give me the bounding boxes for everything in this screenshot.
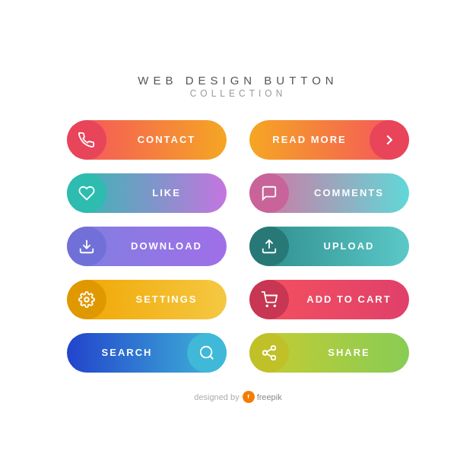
freepik-logo: f freepik xyxy=(243,391,282,403)
svg-point-1 xyxy=(266,305,268,306)
svg-point-5 xyxy=(271,345,276,350)
comments-label: COMMENTS xyxy=(289,187,409,198)
svg-point-0 xyxy=(84,297,89,302)
share-button[interactable]: SHARE xyxy=(249,333,409,373)
freepik-brand: freepik xyxy=(257,392,282,401)
svg-line-9 xyxy=(267,348,271,351)
svg-point-3 xyxy=(201,346,212,357)
download-icon xyxy=(67,227,106,266)
cart-icon xyxy=(249,280,289,319)
contact-button[interactable]: CONTACT xyxy=(67,120,227,160)
svg-point-7 xyxy=(271,355,276,360)
search-label: SEARCH xyxy=(67,347,187,358)
readmore-button[interactable]: READ MORE xyxy=(249,120,409,160)
search-button[interactable]: SEARCH xyxy=(67,333,227,373)
svg-line-8 xyxy=(267,354,271,357)
addtocart-button[interactable]: ADD TO CART xyxy=(249,280,409,319)
chevron-right-icon xyxy=(370,120,409,160)
settings-label: SETTINGS xyxy=(106,294,227,305)
freepik-icon: f xyxy=(243,391,255,403)
footer: designed by f freepik xyxy=(194,391,281,403)
addtocart-label: ADD TO CART xyxy=(289,294,409,305)
readmore-label: READ MORE xyxy=(249,134,370,145)
comment-icon xyxy=(249,173,289,213)
settings-icon xyxy=(67,280,106,319)
page-title-line2: COLLECTION xyxy=(138,88,338,99)
like-label: LIKE xyxy=(106,187,227,198)
search-icon xyxy=(187,333,227,373)
contact-label: CONTACT xyxy=(106,134,227,145)
comments-button[interactable]: COMMENTS xyxy=(249,173,409,213)
download-label: DOWNLOAD xyxy=(106,240,227,252)
svg-point-6 xyxy=(263,351,268,355)
upload-icon xyxy=(249,227,289,266)
footer-text: designed by xyxy=(194,392,239,401)
download-button[interactable]: DOWNLOAD xyxy=(67,227,227,266)
upload-button[interactable]: UPLOAD xyxy=(249,227,409,266)
title-section: WEB DESIGN BUTTON COLLECTION xyxy=(138,74,338,99)
buttons-grid: CONTACT READ MORE LIKE COMMENTS DOWNLOAD… xyxy=(36,120,440,373)
heart-icon xyxy=(67,173,106,213)
share-label: SHARE xyxy=(289,347,409,358)
upload-label: UPLOAD xyxy=(289,240,409,252)
share-icon xyxy=(249,333,289,373)
page-title-line1: WEB DESIGN BUTTON xyxy=(138,74,338,87)
like-button[interactable]: LIKE xyxy=(67,173,227,213)
svg-point-2 xyxy=(274,305,275,306)
phone-icon xyxy=(67,120,106,160)
svg-line-4 xyxy=(210,356,213,359)
settings-button[interactable]: SETTINGS xyxy=(67,280,227,319)
